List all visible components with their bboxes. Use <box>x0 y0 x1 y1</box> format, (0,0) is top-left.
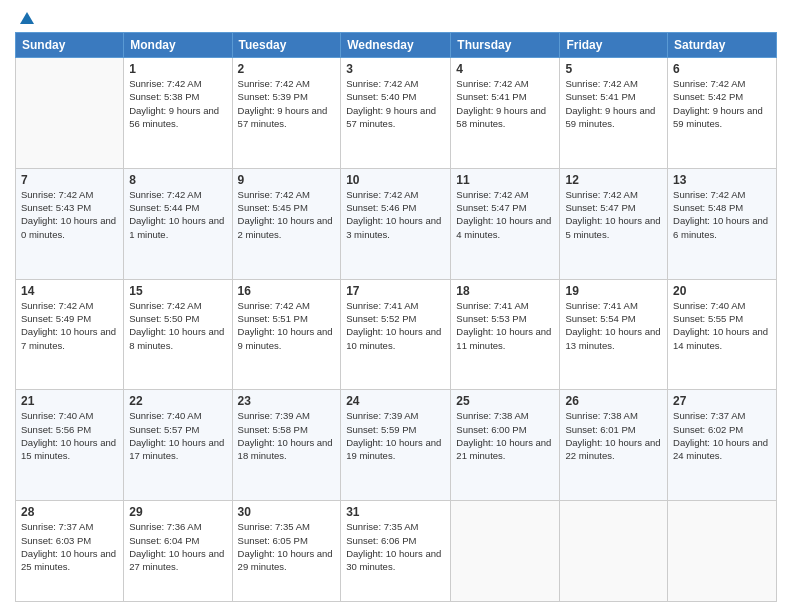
day-info: Sunrise: 7:42 AM Sunset: 5:41 PM Dayligh… <box>456 77 554 130</box>
daylight-text: Daylight: 10 hours and 6 minutes. <box>673 214 771 241</box>
sunset-text: Sunset: 5:54 PM <box>565 312 662 325</box>
daylight-text: Daylight: 9 hours and 58 minutes. <box>456 104 554 131</box>
sunrise-text: Sunrise: 7:42 AM <box>346 77 445 90</box>
sunrise-text: Sunrise: 7:39 AM <box>346 409 445 422</box>
sunset-text: Sunset: 6:03 PM <box>21 534 118 547</box>
calendar-cell: 9 Sunrise: 7:42 AM Sunset: 5:45 PM Dayli… <box>232 168 341 279</box>
header-row: Sunday Monday Tuesday Wednesday Thursday… <box>16 33 777 58</box>
daylight-text: Daylight: 9 hours and 59 minutes. <box>565 104 662 131</box>
sunrise-text: Sunrise: 7:35 AM <box>346 520 445 533</box>
daylight-text: Daylight: 10 hours and 22 minutes. <box>565 436 662 463</box>
sunrise-text: Sunrise: 7:37 AM <box>21 520 118 533</box>
calendar-cell: 11 Sunrise: 7:42 AM Sunset: 5:47 PM Dayl… <box>451 168 560 279</box>
day-number: 12 <box>565 173 662 187</box>
day-number: 26 <box>565 394 662 408</box>
sunset-text: Sunset: 5:41 PM <box>565 90 662 103</box>
sunset-text: Sunset: 5:49 PM <box>21 312 118 325</box>
sunset-text: Sunset: 5:38 PM <box>129 90 226 103</box>
day-info: Sunrise: 7:39 AM Sunset: 5:58 PM Dayligh… <box>238 409 336 462</box>
col-sunday: Sunday <box>16 33 124 58</box>
sunset-text: Sunset: 5:45 PM <box>238 201 336 214</box>
sunset-text: Sunset: 5:57 PM <box>129 423 226 436</box>
sunrise-text: Sunrise: 7:42 AM <box>21 299 118 312</box>
day-number: 24 <box>346 394 445 408</box>
sunrise-text: Sunrise: 7:41 AM <box>346 299 445 312</box>
day-number: 19 <box>565 284 662 298</box>
calendar-cell: 13 Sunrise: 7:42 AM Sunset: 5:48 PM Dayl… <box>668 168 777 279</box>
sunset-text: Sunset: 6:02 PM <box>673 423 771 436</box>
day-number: 2 <box>238 62 336 76</box>
day-info: Sunrise: 7:38 AM Sunset: 6:00 PM Dayligh… <box>456 409 554 462</box>
day-number: 7 <box>21 173 118 187</box>
calendar-cell: 6 Sunrise: 7:42 AM Sunset: 5:42 PM Dayli… <box>668 58 777 169</box>
daylight-text: Daylight: 10 hours and 2 minutes. <box>238 214 336 241</box>
sunrise-text: Sunrise: 7:42 AM <box>565 77 662 90</box>
calendar-cell: 14 Sunrise: 7:42 AM Sunset: 5:49 PM Dayl… <box>16 279 124 390</box>
day-info: Sunrise: 7:42 AM Sunset: 5:47 PM Dayligh… <box>456 188 554 241</box>
daylight-text: Daylight: 10 hours and 19 minutes. <box>346 436 445 463</box>
day-number: 15 <box>129 284 226 298</box>
day-number: 18 <box>456 284 554 298</box>
calendar-cell: 12 Sunrise: 7:42 AM Sunset: 5:47 PM Dayl… <box>560 168 668 279</box>
day-info: Sunrise: 7:41 AM Sunset: 5:53 PM Dayligh… <box>456 299 554 352</box>
day-number: 21 <box>21 394 118 408</box>
daylight-text: Daylight: 10 hours and 15 minutes. <box>21 436 118 463</box>
daylight-text: Daylight: 10 hours and 7 minutes. <box>21 325 118 352</box>
day-number: 5 <box>565 62 662 76</box>
day-number: 25 <box>456 394 554 408</box>
day-info: Sunrise: 7:36 AM Sunset: 6:04 PM Dayligh… <box>129 520 226 573</box>
calendar-cell: 2 Sunrise: 7:42 AM Sunset: 5:39 PM Dayli… <box>232 58 341 169</box>
day-info: Sunrise: 7:42 AM Sunset: 5:39 PM Dayligh… <box>238 77 336 130</box>
sunset-text: Sunset: 6:06 PM <box>346 534 445 547</box>
day-number: 20 <box>673 284 771 298</box>
day-number: 4 <box>456 62 554 76</box>
day-number: 27 <box>673 394 771 408</box>
calendar-cell: 29 Sunrise: 7:36 AM Sunset: 6:04 PM Dayl… <box>124 501 232 602</box>
day-number: 11 <box>456 173 554 187</box>
sunset-text: Sunset: 5:42 PM <box>673 90 771 103</box>
daylight-text: Daylight: 9 hours and 56 minutes. <box>129 104 226 131</box>
calendar-cell: 21 Sunrise: 7:40 AM Sunset: 5:56 PM Dayl… <box>16 390 124 501</box>
day-info: Sunrise: 7:39 AM Sunset: 5:59 PM Dayligh… <box>346 409 445 462</box>
sunrise-text: Sunrise: 7:38 AM <box>565 409 662 422</box>
day-info: Sunrise: 7:42 AM Sunset: 5:51 PM Dayligh… <box>238 299 336 352</box>
day-number: 23 <box>238 394 336 408</box>
daylight-text: Daylight: 10 hours and 30 minutes. <box>346 547 445 574</box>
day-number: 14 <box>21 284 118 298</box>
sunrise-text: Sunrise: 7:42 AM <box>346 188 445 201</box>
daylight-text: Daylight: 10 hours and 27 minutes. <box>129 547 226 574</box>
sunset-text: Sunset: 5:55 PM <box>673 312 771 325</box>
calendar-cell: 24 Sunrise: 7:39 AM Sunset: 5:59 PM Dayl… <box>341 390 451 501</box>
logo <box>15 10 36 24</box>
page: Sunday Monday Tuesday Wednesday Thursday… <box>0 0 792 612</box>
sunrise-text: Sunrise: 7:42 AM <box>456 188 554 201</box>
calendar-cell: 31 Sunrise: 7:35 AM Sunset: 6:06 PM Dayl… <box>341 501 451 602</box>
calendar-cell <box>16 58 124 169</box>
calendar-cell: 7 Sunrise: 7:42 AM Sunset: 5:43 PM Dayli… <box>16 168 124 279</box>
sunrise-text: Sunrise: 7:38 AM <box>456 409 554 422</box>
calendar-cell: 18 Sunrise: 7:41 AM Sunset: 5:53 PM Dayl… <box>451 279 560 390</box>
day-info: Sunrise: 7:42 AM Sunset: 5:49 PM Dayligh… <box>21 299 118 352</box>
daylight-text: Daylight: 10 hours and 9 minutes. <box>238 325 336 352</box>
day-number: 1 <box>129 62 226 76</box>
calendar-table: Sunday Monday Tuesday Wednesday Thursday… <box>15 32 777 602</box>
sunset-text: Sunset: 5:58 PM <box>238 423 336 436</box>
sunrise-text: Sunrise: 7:42 AM <box>673 188 771 201</box>
svg-marker-0 <box>20 12 34 24</box>
header <box>15 10 777 24</box>
sunset-text: Sunset: 5:47 PM <box>456 201 554 214</box>
calendar-cell: 20 Sunrise: 7:40 AM Sunset: 5:55 PM Dayl… <box>668 279 777 390</box>
col-friday: Friday <box>560 33 668 58</box>
day-info: Sunrise: 7:42 AM Sunset: 5:45 PM Dayligh… <box>238 188 336 241</box>
sunrise-text: Sunrise: 7:42 AM <box>238 299 336 312</box>
sunrise-text: Sunrise: 7:42 AM <box>673 77 771 90</box>
calendar-cell: 17 Sunrise: 7:41 AM Sunset: 5:52 PM Dayl… <box>341 279 451 390</box>
day-info: Sunrise: 7:42 AM Sunset: 5:44 PM Dayligh… <box>129 188 226 241</box>
sunset-text: Sunset: 5:50 PM <box>129 312 226 325</box>
sunrise-text: Sunrise: 7:39 AM <box>238 409 336 422</box>
sunset-text: Sunset: 5:44 PM <box>129 201 226 214</box>
daylight-text: Daylight: 10 hours and 17 minutes. <box>129 436 226 463</box>
sunset-text: Sunset: 5:53 PM <box>456 312 554 325</box>
sunrise-text: Sunrise: 7:40 AM <box>21 409 118 422</box>
calendar-cell <box>451 501 560 602</box>
